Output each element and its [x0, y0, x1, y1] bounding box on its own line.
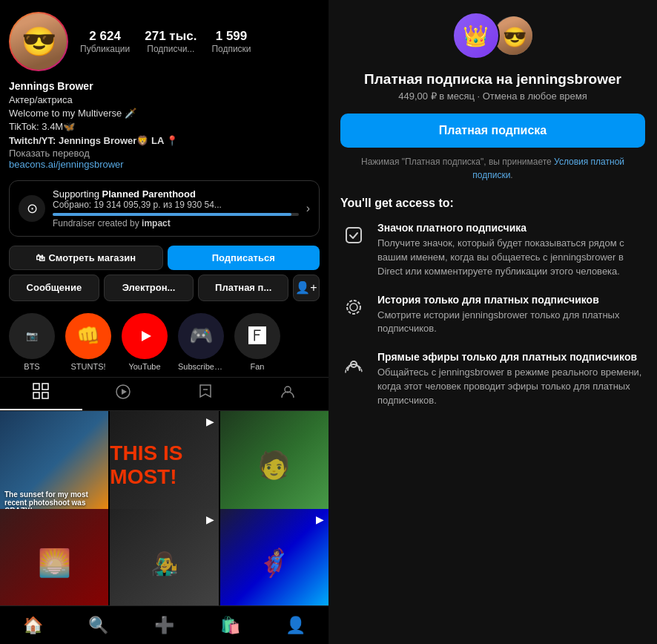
show-translation[interactable]: Показать перевод [9, 148, 320, 159]
story-subscriber-circle: 🎮 [178, 313, 224, 359]
email-button[interactable]: Электрон... [104, 275, 194, 301]
fundraiser-org: Planned Parenthood [102, 188, 196, 200]
followers-label: Подписчи... [147, 44, 194, 54]
stat-following: 1 599 Подписки [211, 29, 251, 54]
svg-point-13 [350, 303, 357, 311]
nav-search[interactable]: 🔍 [66, 606, 132, 644]
email-label: Электрон... [122, 282, 176, 293]
benefit-live-title: Прямые эфиры только для платных подписчи… [377, 351, 645, 363]
terms-text: Нажимая "Платная подписка", вы принимает… [340, 155, 645, 182]
nav-create[interactable]: ➕ [131, 606, 197, 644]
tab-bar [0, 377, 328, 411]
store-button[interactable]: 🛍 Смотреть магазин [9, 246, 163, 270]
svg-rect-11 [346, 228, 361, 243]
benefit-badge-title: Значок платного подписчика [377, 222, 645, 234]
grid-cell-2-bg: THIS IS MOST! [110, 411, 218, 519]
following-label: Подписки [211, 44, 251, 54]
home-icon: 🏠 [23, 616, 43, 635]
story-stunts-circle: 👊 [65, 313, 111, 359]
profile-header: 2 624 Публикации 271 тыс. Подписчи... 1 … [0, 0, 328, 77]
nav-shop[interactable]: 🛍️ [197, 606, 263, 644]
grid-cell-4-bg: 🌅 [0, 509, 108, 605]
photo-grid: The sunset for my most recent photoshoot… [0, 411, 328, 605]
grid-cell-4[interactable]: 🌅 [0, 509, 108, 605]
access-title: You'll get access to: [340, 197, 645, 210]
tagged-icon [197, 384, 214, 404]
nav-home[interactable]: 🏠 [0, 606, 66, 644]
fundraiser-icon: ⊙ [19, 195, 45, 222]
svg-marker-8 [200, 385, 211, 397]
follow-button[interactable]: Подписаться [168, 246, 320, 270]
bio-line-1: Welcome to my Multiverse 🗡️ [9, 107, 320, 120]
benefit-live-desc: Общайтесь с jenningsbrower в режиме реал… [377, 366, 645, 408]
subscription-header: 👑 [340, 12, 645, 59]
benefit-badge: Значок платного подписчика Получите знач… [340, 222, 645, 279]
terms-prefix: Нажимая "Платная подписка", вы принимает… [361, 157, 554, 167]
story-icon [340, 294, 367, 321]
story-stunts[interactable]: 👊 STUNTS! [65, 313, 111, 371]
grid-cell-3-bg: 🧑 [220, 411, 328, 519]
fundraiser-creator: impact [142, 218, 171, 229]
story-bts-circle: 📷 [9, 313, 55, 359]
subscription-price: 449,00 ₽ в месяц · Отмена в любое время [340, 91, 645, 102]
stats-grid: 2 624 Публикации 271 тыс. Подписчи... 1 … [80, 29, 320, 54]
fundraiser-box[interactable]: ⊙ Supporting Planned Parenthood Собрано:… [9, 180, 320, 237]
benefit-story-desc: Смотрите истории jenningsbrower только д… [377, 309, 645, 337]
bio-section: Jennings Brower Актер/актриса Welcome to… [0, 77, 328, 176]
fundraiser-progress-fill [53, 213, 291, 216]
posts-count: 2 624 [89, 29, 121, 44]
subscription-title: Платная подписка на jenningsbrower [340, 71, 645, 88]
story-youtube-circle [122, 313, 168, 359]
sub-avatar-img [494, 16, 534, 56]
fundraiser-progress-bar [53, 213, 299, 216]
stat-posts: 2 624 Публикации [80, 29, 130, 54]
right-panel: 👑 Платная подписка на jenningsbrower 449… [328, 0, 657, 644]
left-panel: 2 624 Публикации 271 тыс. Подписчи... 1 … [0, 0, 328, 644]
story-fan-label: Fan [251, 362, 265, 371]
subscribe-button[interactable]: Платная подписка [340, 114, 645, 148]
shop-icon: 🛍️ [220, 616, 240, 635]
grid-cell-6-bg: 🦸 [220, 509, 328, 605]
grid-cell-3[interactable]: 🧑 [220, 411, 328, 519]
follow-label: Подписаться [212, 252, 275, 263]
story-youtube[interactable]: YouTube [122, 313, 168, 371]
reels-icon [115, 384, 131, 404]
grid-cell-6[interactable]: 🦸 ▶ [220, 509, 328, 605]
svg-rect-5 [42, 392, 48, 398]
story-youtube-label: YouTube [128, 362, 160, 371]
bio-link[interactable]: beacons.ai/jenningsbrower [9, 159, 320, 170]
reel-icon-5: ▶ [206, 513, 214, 525]
paid-label: Платная п... [215, 282, 271, 293]
story-subscriber-label: Subscriber Only [178, 362, 224, 371]
grid-cell-1-bg: The sunset for my most recent photoshoot… [0, 411, 108, 519]
benefit-live-content: Прямые эфиры только для платных подписчи… [377, 351, 645, 408]
tab-grid[interactable] [0, 378, 82, 410]
paid-button[interactable]: Платная п... [198, 275, 288, 301]
grid-cell-1[interactable]: The sunset for my most recent photoshoot… [0, 411, 108, 519]
store-icon: 🛍 [36, 252, 45, 263]
bio-role: Актер/актриса [9, 93, 320, 107]
bottom-nav: 🏠 🔍 ➕ 🛍️ 👤 [0, 605, 328, 644]
story-fan[interactable]: 🅵 Fan [234, 313, 280, 371]
profile-nav-icon: 👤 [285, 616, 306, 635]
message-button[interactable]: Сообщение [9, 275, 99, 301]
crown-avatar: 👑 [452, 12, 500, 59]
svg-marker-7 [122, 389, 127, 395]
story-subscriber-only[interactable]: 🎮 Subscriber Only [178, 313, 224, 371]
grid-cell-2[interactable]: THIS IS MOST! ▶ [110, 411, 218, 519]
add-person-button[interactable]: 👤+ [293, 275, 320, 301]
grid-cell-5[interactable]: 👨‍🎤 ▶ [110, 509, 218, 605]
svg-rect-2 [33, 384, 39, 390]
story-bts[interactable]: 📷 BTS [9, 313, 55, 371]
avatar [10, 13, 67, 70]
chevron-right-icon: › [306, 202, 310, 215]
video-icon-2: ▶ [206, 415, 214, 427]
tab-reels[interactable] [82, 378, 165, 410]
tab-profile[interactable] [246, 378, 328, 410]
fundraiser-content: Supporting Planned Parenthood Собрано: 1… [53, 188, 299, 229]
store-label: Смотреть магазин [48, 252, 136, 263]
bio-line-2: TikTok: 3.4M🦋 [9, 120, 320, 134]
nav-profile[interactable]: 👤 [263, 606, 328, 644]
tab-tagged[interactable] [165, 378, 247, 410]
benefit-badge-content: Значок платного подписчика Получите знач… [377, 222, 645, 279]
